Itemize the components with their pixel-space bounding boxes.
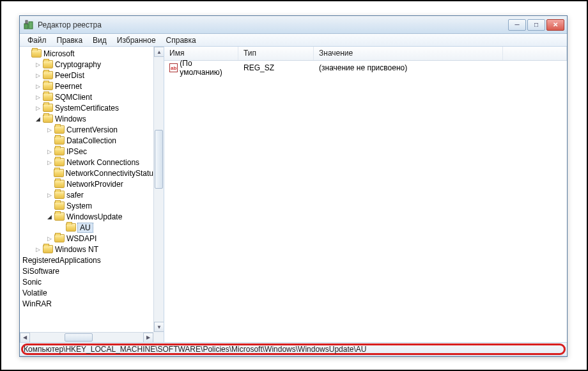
tree-node[interactable]: Volatile: [21, 287, 153, 298]
expander-icon[interactable]: ▷: [34, 72, 42, 79]
tree-node[interactable]: ▷SystemCertificates: [21, 102, 153, 113]
tree-vscrollbar[interactable]: ▲ ▼: [153, 47, 164, 332]
folder-icon: [43, 93, 53, 101]
expander-icon[interactable]: ▷: [34, 246, 42, 253]
tree-label: Volatile: [22, 288, 47, 297]
menu-favorites[interactable]: Избранное: [112, 35, 161, 46]
folder-icon: [43, 104, 53, 112]
scroll-left-icon[interactable]: ◀: [20, 333, 30, 343]
value-type: REG_SZ: [238, 63, 314, 72]
tree-node[interactable]: System: [21, 200, 153, 211]
tree-node[interactable]: ▷IPSec: [21, 146, 153, 157]
column-type[interactable]: Тип: [238, 47, 314, 60]
maximize-button[interactable]: □: [527, 19, 545, 31]
folder-icon: [54, 191, 65, 199]
expander-icon[interactable]: ▷: [45, 235, 53, 242]
svg-rect-2: [26, 20, 27, 24]
tree-label: IPSec: [66, 147, 87, 156]
tree-node[interactable]: DataCollection: [21, 135, 153, 146]
folder-icon: [43, 114, 53, 123]
menu-help[interactable]: Справка: [161, 35, 201, 46]
tree-node-microsoft[interactable]: Microsoft: [21, 48, 153, 59]
folder-icon: [54, 169, 63, 177]
expander-icon[interactable]: ▷: [34, 93, 42, 101]
expander-icon[interactable]: ▷: [34, 104, 42, 112]
svg-rect-1: [29, 22, 33, 29]
expander-icon[interactable]: ▷: [34, 61, 42, 68]
expander-icon[interactable]: [57, 224, 65, 232]
tree-label: Network Connections: [66, 158, 139, 167]
expander-icon[interactable]: ▷: [34, 83, 42, 90]
scroll-track[interactable]: [30, 333, 143, 343]
tree-node[interactable]: Sonic: [21, 276, 153, 287]
expander-icon[interactable]: ▷: [45, 159, 53, 166]
scroll-down-icon[interactable]: ▼: [154, 322, 164, 332]
menu-file[interactable]: Файл: [22, 35, 52, 46]
menu-edit[interactable]: Правка: [52, 35, 88, 46]
tree-node[interactable]: ▷Peernet: [21, 81, 153, 91]
tree-pane: Microsoft ▷Cryptography ▷PeerDist ▷Peern…: [20, 47, 164, 342]
tree-label: Windows: [55, 114, 86, 123]
tree-label: WindowsUpdate: [66, 212, 122, 221]
scroll-up-icon[interactable]: ▲: [154, 47, 164, 57]
tree-node[interactable]: WinRAR: [21, 298, 153, 309]
titlebar[interactable]: Редактор реестра ─ □ ✕: [20, 16, 567, 34]
folder-icon: [54, 147, 65, 155]
tree-label: Peernet: [55, 82, 82, 91]
tree-label: Microsoft: [43, 49, 75, 58]
expander-icon[interactable]: [22, 50, 30, 58]
tree-node[interactable]: ▷WSDAPI: [21, 233, 153, 244]
expander-icon[interactable]: [45, 202, 53, 210]
minimize-button[interactable]: ─: [508, 19, 526, 31]
tree-node[interactable]: SiSoftware: [21, 265, 153, 276]
tree-node[interactable]: ▷PeerDist: [21, 70, 153, 81]
tree-node[interactable]: ▷SQMClient: [21, 91, 153, 102]
menubar: Файл Правка Вид Избранное Справка: [20, 34, 567, 47]
tree-label: SQMClient: [55, 93, 92, 102]
value-row[interactable]: ab (По умолчанию) REG_SZ (значение не пр…: [164, 62, 567, 74]
values-pane: Имя Тип Значение ab (По умолчанию) REG_S…: [164, 47, 567, 342]
close-button[interactable]: ✕: [546, 19, 564, 31]
registry-tree[interactable]: Microsoft ▷Cryptography ▷PeerDist ▷Peern…: [20, 47, 153, 310]
tree-node[interactable]: RegisteredApplications: [21, 255, 153, 265]
folder-icon: [43, 245, 53, 253]
expander-icon[interactable]: [45, 180, 53, 188]
tree-node[interactable]: NetworkConnectivityStatu: [21, 168, 153, 178]
expander-icon[interactable]: ◢: [34, 115, 42, 123]
tree-node[interactable]: ▷Network Connections: [21, 157, 153, 168]
expander-icon[interactable]: ▷: [45, 148, 53, 155]
values-list[interactable]: ab (По умолчанию) REG_SZ (значение не пр…: [164, 61, 567, 342]
tree-node[interactable]: NetworkProvider: [21, 178, 153, 189]
tree-label: System: [66, 201, 92, 210]
column-value[interactable]: Значение: [314, 47, 503, 60]
expander-icon[interactable]: ◢: [45, 213, 53, 221]
folder-icon: [54, 234, 65, 242]
folder-icon: [54, 158, 65, 166]
expander-icon[interactable]: [45, 137, 53, 145]
tree-label: SystemCertificates: [55, 104, 119, 113]
scroll-thumb[interactable]: [155, 130, 163, 189]
tree-label: safer: [66, 191, 84, 200]
tree-node-windowsupdate[interactable]: ◢WindowsUpdate: [21, 211, 153, 222]
expander-icon[interactable]: ▷: [45, 126, 53, 134]
scroll-thumb[interactable]: [65, 333, 93, 342]
status-path: Компьютер\HKEY_LOCAL_MACHINE\SOFTWARE\Po…: [24, 345, 366, 354]
menu-view[interactable]: Вид: [88, 35, 112, 46]
tree-label: Cryptography: [55, 60, 101, 69]
tree-node-windows[interactable]: ◢Windows: [21, 113, 153, 124]
tree-node[interactable]: ▷safer: [21, 189, 153, 200]
column-name[interactable]: Имя: [164, 47, 238, 60]
body: Microsoft ▷Cryptography ▷PeerDist ▷Peern…: [20, 47, 567, 342]
scroll-right-icon[interactable]: ▶: [143, 333, 153, 343]
tree-node[interactable]: ▷CurrentVersion: [21, 124, 153, 135]
expander-icon[interactable]: [45, 170, 52, 177]
tree-node-au[interactable]: AU: [21, 222, 153, 233]
scroll-corner: [153, 332, 164, 342]
value-name: (По умолчанию): [180, 59, 233, 77]
tree-label: Windows NT: [55, 245, 98, 254]
tree-hscrollbar[interactable]: ◀ ▶: [20, 332, 153, 342]
folder-icon: [43, 82, 53, 90]
tree-node[interactable]: ▷Windows NT: [21, 244, 153, 255]
expander-icon[interactable]: ▷: [45, 191, 53, 199]
tree-node[interactable]: ▷Cryptography: [21, 59, 153, 70]
